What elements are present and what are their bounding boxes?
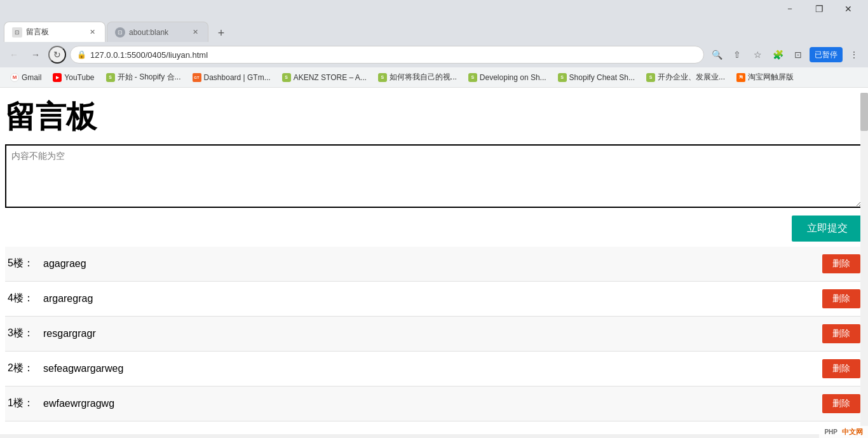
bookmark-taobao[interactable]: 淘 淘宝网触屏版 xyxy=(731,70,799,85)
bookmark-gt-label: Dashboard | GTm... xyxy=(204,73,271,82)
message-row: 2楼： sefeagwargarweg 删除 xyxy=(5,352,863,387)
youtube-favicon: ▶ xyxy=(53,73,62,82)
submit-button[interactable]: 立即提交 xyxy=(792,216,863,242)
close-button[interactable]: ✕ xyxy=(834,0,863,18)
bookmark-akenz-label: AKENZ STORE – A... xyxy=(294,73,367,82)
search-button[interactable]: 🔍 xyxy=(708,46,726,64)
bookmark-taobao-label: 淘宝网触屏版 xyxy=(748,72,794,83)
gmail-favicon: M xyxy=(10,73,19,82)
message-list: 5楼： agagraeg 删除 4楼： argaregrag 删除 3楼： re… xyxy=(5,247,863,421)
bookmark-youtube[interactable]: ▶ YouTube xyxy=(48,70,99,85)
delete-button-1[interactable]: 删除 xyxy=(822,394,860,413)
floor-label-5: 5楼： xyxy=(5,257,43,270)
bookmark-gmail[interactable]: M Gmail xyxy=(5,70,46,85)
floor-label-1: 1楼： xyxy=(5,397,43,410)
message-row: 1楼： ewfaewrgragwg 删除 xyxy=(5,387,863,421)
delete-button-2[interactable]: 删除 xyxy=(822,359,860,378)
submit-row: 立即提交 xyxy=(5,210,863,247)
message-content-2: sefeagwargarweg xyxy=(43,363,822,374)
message-row: 4楼： argaregrag 删除 xyxy=(5,282,863,317)
extensions-button[interactable]: 🧩 xyxy=(769,46,787,64)
scrollbar-thumb[interactable] xyxy=(860,93,868,131)
gt-favicon: GT xyxy=(193,73,201,82)
bookmark-dev-label: Developing on Sh... xyxy=(480,73,546,82)
bookmark-dev[interactable]: S Developing on Sh... xyxy=(463,70,552,85)
bookmark-company[interactable]: S 开办企业、发展业... xyxy=(641,70,730,85)
bookmark-akenz[interactable]: S AKENZ STORE – A... xyxy=(277,70,372,85)
maximize-button[interactable]: ❐ xyxy=(804,0,834,18)
tab-close-1[interactable]: ✕ xyxy=(87,27,97,38)
company-favicon: S xyxy=(646,73,655,82)
delete-button-5[interactable]: 删除 xyxy=(822,254,860,273)
bookmark-video-label: 如何将我自己的视... xyxy=(390,72,457,83)
bookmark-youtube-label: YouTube xyxy=(64,73,94,82)
bookmark-cheat-label: Shopify Cheat Sh... xyxy=(569,73,635,82)
menu-button[interactable]: ⋮ xyxy=(845,46,863,64)
delete-button-3[interactable]: 删除 xyxy=(822,324,860,343)
floor-label-2: 2楼： xyxy=(5,362,43,375)
minimize-button[interactable]: － xyxy=(775,0,804,18)
url-bar[interactable]: 🔒 127.0.0.1:5500/0405/liuyan.html xyxy=(70,46,704,64)
floor-label-4: 4楼： xyxy=(5,292,43,305)
watermark: PHP 中文网 xyxy=(819,426,868,438)
taobao-favicon: 淘 xyxy=(736,73,745,82)
message-input[interactable] xyxy=(5,144,863,208)
message-content-4: argaregrag xyxy=(43,293,822,305)
back-button[interactable]: ← xyxy=(5,46,23,64)
tab-search-button[interactable]: ⊡ xyxy=(789,46,807,64)
message-content-3: resgargragr xyxy=(43,328,822,339)
browser-actions: 🔍 ⇧ ☆ 🧩 ⊡ 已暂停 ⋮ xyxy=(708,46,863,64)
tab-title-1: 留言板 xyxy=(26,27,83,38)
message-content-5: agagraeg xyxy=(43,258,822,270)
video-favicon: S xyxy=(378,73,387,82)
page-content: 留言板 立即提交 5楼： agagraeg 删除 4楼： argaregrag … xyxy=(0,88,868,434)
refresh-button[interactable]: ↻ xyxy=(48,46,66,64)
bookmarks-bar: M Gmail ▶ YouTube S 开始 - Shopify 合... GT… xyxy=(0,67,868,88)
delete-button-4[interactable]: 删除 xyxy=(822,289,860,308)
bookmark-gt[interactable]: GT Dashboard | GTm... xyxy=(187,70,276,85)
forward-button[interactable]: → xyxy=(27,46,44,64)
page-title: 留言板 xyxy=(5,88,863,144)
dev-favicon: S xyxy=(468,73,477,82)
tab-liuyan[interactable]: ⊡ 留言板 ✕ xyxy=(4,22,105,42)
message-content-1: ewfaewrgragwg xyxy=(43,398,822,409)
bookmark-video[interactable]: S 如何将我自己的视... xyxy=(373,70,462,85)
new-tab-button[interactable]: + xyxy=(212,24,230,42)
message-row: 5楼： agagraeg 删除 xyxy=(5,247,863,282)
tab-bar: ⊡ 留言板 ✕ ⊡ about:blank ✕ + xyxy=(0,18,868,42)
akenz-favicon: S xyxy=(282,73,291,82)
url-text: 127.0.0.1:5500/0405/liuyan.html xyxy=(90,50,208,60)
bookmark-shopify1-label: 开始 - Shopify 合... xyxy=(118,72,181,83)
watermark-text: 中文网 xyxy=(842,428,863,435)
lock-icon: 🔒 xyxy=(77,50,86,59)
bookmark-button[interactable]: ☆ xyxy=(749,46,766,64)
tab-blank[interactable]: ⊡ about:blank ✕ xyxy=(107,22,208,42)
floor-label-3: 3楼： xyxy=(5,327,43,340)
shopify1-favicon: S xyxy=(106,73,115,82)
message-row: 3楼： resgargragr 删除 xyxy=(5,317,863,352)
tab-favicon-1: ⊡ xyxy=(12,27,22,38)
tab-title-2: about:blank xyxy=(129,28,186,37)
scrollbar-track[interactable] xyxy=(860,93,868,438)
address-bar: ← → ↻ 🔒 127.0.0.1:5500/0405/liuyan.html … xyxy=(0,42,868,67)
title-bar: － ❐ ✕ xyxy=(0,0,868,18)
bookmark-cheat[interactable]: S Shopify Cheat Sh... xyxy=(553,70,640,85)
paused-button[interactable]: 已暂停 xyxy=(810,47,843,62)
tab-close-2[interactable]: ✕ xyxy=(190,27,200,38)
bookmark-company-label: 开办企业、发展业... xyxy=(658,72,725,83)
bookmark-shopify1[interactable]: S 开始 - Shopify 合... xyxy=(101,70,186,85)
share-button[interactable]: ⇧ xyxy=(728,46,746,64)
tab-favicon-2: ⊡ xyxy=(115,27,125,38)
cheat-favicon: S xyxy=(558,73,567,82)
bookmark-gmail-label: Gmail xyxy=(22,73,41,82)
